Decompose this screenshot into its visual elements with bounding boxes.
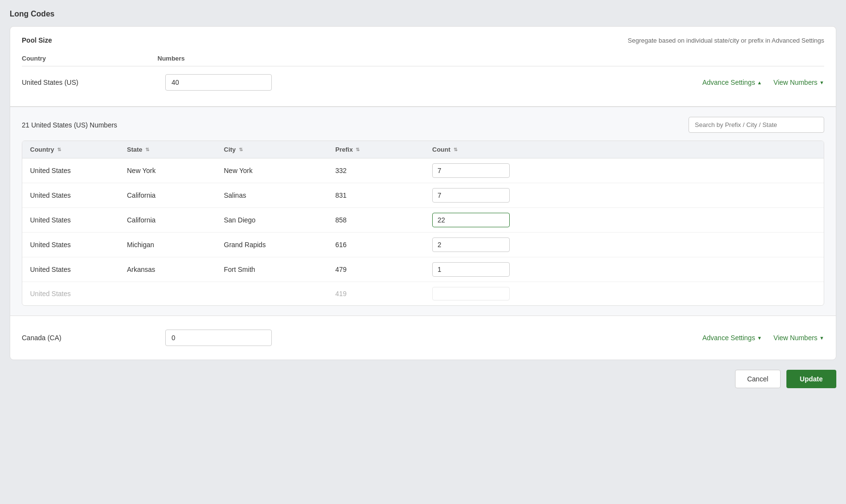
- ca-pool-input[interactable]: [165, 330, 272, 346]
- us-pool-input[interactable]: [165, 74, 272, 91]
- numbers-count-label: 21 United States (US) Numbers: [22, 121, 117, 129]
- col-header-country: Country: [22, 55, 157, 62]
- ca-view-numbers-link[interactable]: View Numbers: [773, 334, 824, 342]
- cell-country-3: United States: [30, 241, 127, 249]
- col-country[interactable]: Country ⇅: [30, 146, 127, 153]
- update-button[interactable]: Update: [786, 370, 836, 388]
- table-row: United States Arkansas Fort Smith 479: [22, 257, 824, 282]
- col-city[interactable]: City ⇅: [224, 146, 335, 153]
- table-row: United States California Salinas 831: [22, 183, 824, 208]
- count-input-1[interactable]: [432, 188, 510, 203]
- count-input-0[interactable]: [432, 163, 510, 178]
- col-prefix[interactable]: Prefix ⇅: [335, 146, 432, 153]
- cell-state-4: Arkansas: [127, 266, 224, 273]
- sort-prefix-icon: ⇅: [356, 147, 360, 152]
- numbers-section: 21 United States (US) Numbers Country ⇅ …: [10, 107, 836, 316]
- sort-state-icon: ⇅: [145, 147, 149, 152]
- pool-size-label: Pool Size: [22, 36, 52, 44]
- search-input[interactable]: [689, 117, 824, 133]
- ca-advance-settings-link[interactable]: Advance Settings: [702, 334, 762, 342]
- count-input-3[interactable]: [432, 237, 510, 252]
- cell-count-1: [432, 188, 816, 203]
- count-input-partial[interactable]: [432, 287, 510, 300]
- cell-city-0: New York: [224, 167, 335, 174]
- cell-city-2: San Diego: [224, 216, 335, 224]
- sort-count-icon: ⇅: [454, 147, 457, 152]
- segregate-note: Segregate based on individual state/city…: [628, 37, 824, 44]
- col-header-numbers: Numbers: [157, 55, 824, 62]
- cancel-button[interactable]: Cancel: [735, 370, 781, 388]
- pool-size-section: Pool Size Segregate based on individual …: [10, 27, 836, 107]
- us-advance-settings-link[interactable]: Advance Settings: [702, 79, 762, 86]
- col-count[interactable]: Count ⇅: [432, 146, 816, 153]
- outer-card: Pool Size Segregate based on individual …: [10, 26, 836, 360]
- cell-country-1: United States: [30, 191, 127, 199]
- numbers-table: Country ⇅ State ⇅ City ⇅ Prefix ⇅ Count: [22, 141, 824, 306]
- cell-count-3: [432, 237, 816, 252]
- cell-prefix-0: 332: [335, 167, 432, 174]
- cell-prefix-1: 831: [335, 191, 432, 199]
- table-row: United States California San Diego 858: [22, 208, 824, 233]
- page-title: Long Codes: [10, 10, 836, 18]
- cell-city-1: Salinas: [224, 191, 335, 199]
- cell-state-1: California: [127, 191, 224, 199]
- numbers-table-header: Country ⇅ State ⇅ City ⇅ Prefix ⇅ Count: [22, 141, 824, 158]
- cell-country-2: United States: [30, 216, 127, 224]
- cell-count-0: [432, 163, 816, 178]
- table-row: United States New York New York 332: [22, 158, 824, 183]
- col-state[interactable]: State ⇅: [127, 146, 224, 153]
- table-row: United States Michigan Grand Rapids 616: [22, 233, 824, 257]
- cell-state-3: Michigan: [127, 241, 224, 249]
- cell-prefix-2: 858: [335, 216, 432, 224]
- cell-prefix-3: 616: [335, 241, 432, 249]
- cell-count-2: [432, 213, 816, 227]
- cell-count-4: [432, 262, 816, 277]
- partial-row: United States 419: [22, 282, 824, 305]
- footer-actions: Cancel Update: [10, 360, 836, 388]
- cell-city-4: Fort Smith: [224, 266, 335, 273]
- ca-country-label: Canada (CA): [22, 334, 157, 342]
- cell-city-3: Grand Rapids: [224, 241, 335, 249]
- cell-country-4: United States: [30, 266, 127, 273]
- count-input-2[interactable]: [432, 213, 510, 227]
- cell-prefix-4: 479: [335, 266, 432, 273]
- cell-state-0: New York: [127, 167, 224, 174]
- sort-country-icon: ⇅: [57, 147, 61, 152]
- pool-row-us: United States (US) Advance Settings View…: [22, 68, 824, 96]
- sort-city-icon: ⇅: [239, 147, 243, 152]
- us-view-numbers-link[interactable]: View Numbers: [773, 79, 824, 86]
- us-country-label: United States (US): [22, 79, 157, 86]
- canada-section: Canada (CA) Advance Settings View Number…: [10, 316, 836, 360]
- cell-country-0: United States: [30, 167, 127, 174]
- count-input-4[interactable]: [432, 262, 510, 277]
- cell-state-2: California: [127, 216, 224, 224]
